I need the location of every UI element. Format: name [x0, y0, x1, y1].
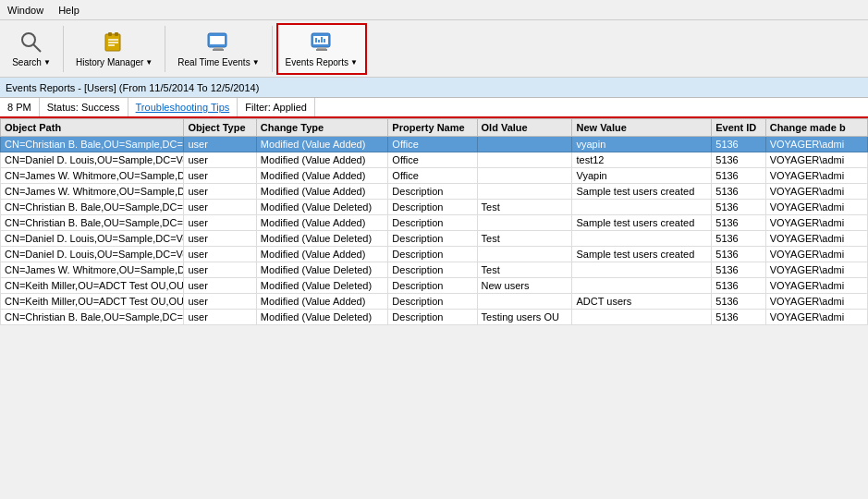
col-change-by[interactable]: Change made b	[765, 119, 867, 137]
table-cell: VOYAGER\admi	[765, 231, 867, 247]
table-cell: test12	[572, 152, 712, 168]
table-row[interactable]: CN=Keith Miller,OU=ADCT Test OU,OU=ARKAD…	[1, 294, 868, 310]
table-cell: Description	[388, 247, 477, 262]
table-cell: VOYAGER\admi	[765, 247, 867, 262]
table-cell: CN=Christian B. Bale,OU=Sample,DC=Voyage…	[1, 200, 184, 215]
toolbar-separator-3	[272, 26, 273, 72]
breadcrumb-text: Events Reports - [Users] (From 11/5/2014…	[6, 82, 259, 93]
table-cell: user	[184, 310, 256, 325]
table-row[interactable]: CN=James W. Whitmore,OU=Sample,DC=Voyage…	[1, 168, 868, 184]
table-cell	[477, 184, 572, 200]
table-row[interactable]: CN=Daniel D. Louis,OU=Sample,DC=Voyager,…	[1, 231, 868, 247]
col-property-name[interactable]: Property Name	[388, 119, 477, 137]
table-row[interactable]: CN=Christian B. Bale,OU=Sample,DC=Voyage…	[1, 215, 868, 231]
table-cell: 5136	[712, 200, 765, 215]
col-object-path[interactable]: Object Path	[1, 119, 184, 137]
col-object-type[interactable]: Object Type	[184, 119, 256, 137]
breadcrumb: Events Reports - [Users] (From 11/5/2014…	[0, 78, 868, 98]
svg-point-0	[22, 33, 35, 46]
search-button[interactable]: Search ▼	[4, 23, 59, 75]
table-cell: Testing users OU	[477, 310, 572, 325]
svg-rect-3	[108, 32, 112, 36]
table-cell: CN=James W. Whitmore,OU=Sample,DC=Voyage…	[1, 184, 184, 200]
toolbar: Search ▼ History Manager ▼	[0, 20, 868, 78]
real-time-events-icon	[205, 30, 231, 55]
table-cell: Sample test users created	[572, 247, 712, 262]
table-cell	[477, 152, 572, 168]
events-table: Object Path Object Type Change Type Prop…	[0, 118, 868, 325]
table-cell: Office	[388, 168, 477, 184]
table-row[interactable]: CN=Christian B. Bale,OU=Sample,DC=Voyage…	[1, 200, 868, 215]
table-cell: user	[184, 294, 256, 310]
col-old-value[interactable]: Old Value	[477, 119, 572, 137]
troubleshooting-tips-link[interactable]: Troubleshooting Tips	[128, 98, 238, 116]
status-success: Status: Success	[40, 98, 128, 116]
status-time: 8 PM	[0, 98, 40, 116]
table-cell: Modified (Value Deleted)	[256, 278, 387, 294]
table-cell: user	[184, 168, 256, 184]
table-cell: CN=Daniel D. Louis,OU=Sample,DC=Voyager,…	[1, 247, 184, 262]
table-cell	[477, 294, 572, 310]
table-row[interactable]: CN=Daniel D. Louis,OU=Sample,DC=Voyager,…	[1, 152, 868, 168]
table-cell: CN=Daniel D. Louis,OU=Sample,DC=Voyager,…	[1, 152, 184, 168]
table-cell: CN=Christian B. Bale,OU=Sample,DC=Voyage…	[1, 137, 184, 152]
table-cell	[477, 215, 572, 231]
search-dropdown-arrow: ▼	[43, 58, 51, 67]
table-cell: VOYAGER\admi	[765, 200, 867, 215]
history-manager-label: History Manager ▼	[76, 57, 153, 67]
table-row[interactable]: CN=Christian B. Bale,OU=Sample,DC=Voyage…	[1, 310, 868, 325]
table-cell: Modified (Value Added)	[256, 152, 387, 168]
table-cell: 5136	[712, 310, 765, 325]
table-cell	[477, 247, 572, 262]
svg-rect-13	[317, 47, 326, 49]
table-cell: Modified (Value Added)	[256, 247, 387, 262]
table-cell: 5136	[712, 152, 765, 168]
col-change-type[interactable]: Change Type	[256, 119, 387, 137]
table-cell: Description	[388, 262, 477, 278]
menu-window[interactable]: Window	[4, 3, 47, 18]
events-reports-dropdown-arrow: ▼	[350, 58, 358, 67]
table-cell: Modified (Value Deleted)	[256, 200, 387, 215]
table-cell: Office	[388, 137, 477, 152]
table-cell: 5136	[712, 262, 765, 278]
table-cell: 5136	[712, 231, 765, 247]
table-cell	[477, 168, 572, 184]
real-time-events-button[interactable]: Real Time Events ▼	[169, 23, 267, 75]
status-bar: 8 PM Status: Success Troubleshooting Tip…	[0, 98, 868, 118]
table-cell: user	[184, 215, 256, 231]
table-cell: Modified (Value Added)	[256, 184, 387, 200]
svg-rect-18	[321, 37, 323, 43]
table-cell: Modified (Value Deleted)	[256, 262, 387, 278]
table-cell: Modified (Value Added)	[256, 168, 387, 184]
svg-line-1	[33, 44, 41, 52]
svg-rect-10	[213, 49, 224, 51]
table-cell	[477, 137, 572, 152]
table-cell: Modified (Value Added)	[256, 215, 387, 231]
events-reports-icon	[309, 30, 335, 55]
history-manager-dropdown-arrow: ▼	[145, 58, 153, 67]
table-cell: user	[184, 247, 256, 262]
table-row[interactable]: CN=Keith Miller,OU=ADCT Test OU,OU=ARKAD…	[1, 278, 868, 294]
table-cell: Vyapin	[572, 168, 712, 184]
search-icon	[18, 30, 44, 55]
svg-rect-11	[210, 36, 225, 44]
table-cell: VOYAGER\admi	[765, 152, 867, 168]
svg-rect-19	[324, 39, 325, 43]
svg-rect-4	[115, 32, 118, 36]
table-cell: CN=Daniel D. Louis,OU=Sample,DC=Voyager,…	[1, 231, 184, 247]
menu-help[interactable]: Help	[55, 3, 83, 18]
table-cell: CN=James W. Whitmore,OU=Sample,DC=Voyage…	[1, 168, 184, 184]
table-row[interactable]: CN=Christian B. Bale,OU=Sample,DC=Voyage…	[1, 137, 868, 152]
col-new-value[interactable]: New Value	[572, 119, 712, 137]
table-cell: CN=James W. Whitmore,OU=Sample,DC=Voyage…	[1, 262, 184, 278]
table-row[interactable]: CN=James W. Whitmore,OU=Sample,DC=Voyage…	[1, 184, 868, 200]
events-reports-button[interactable]: Events Reports ▼	[276, 23, 367, 75]
table-cell: Sample test users created	[572, 184, 712, 200]
col-event-id[interactable]: Event ID	[712, 119, 765, 137]
history-manager-button[interactable]: History Manager ▼	[67, 23, 161, 75]
table-cell: Description	[388, 310, 477, 325]
table-row[interactable]: CN=James W. Whitmore,OU=Sample,DC=Voyage…	[1, 262, 868, 278]
table-cell: VOYAGER\admi	[765, 310, 867, 325]
table-row[interactable]: CN=Daniel D. Louis,OU=Sample,DC=Voyager,…	[1, 247, 868, 262]
table-cell: VOYAGER\admi	[765, 137, 867, 152]
